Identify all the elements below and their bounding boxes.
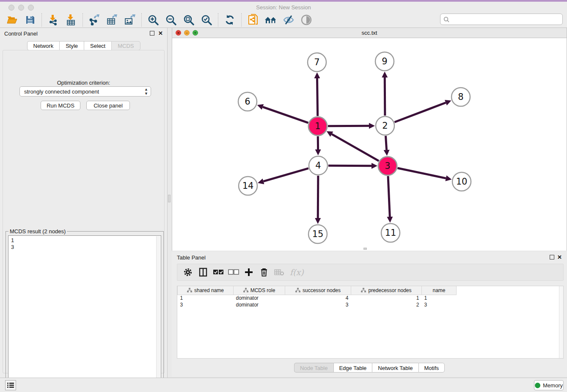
- network-window-title: scc.txt: [172, 30, 567, 36]
- delete-table-icon[interactable]: [272, 266, 286, 279]
- graph-node-10[interactable]: 10: [452, 172, 471, 191]
- graph-edge-2-9[interactable]: [385, 77, 385, 116]
- graph-edge-4-15[interactable]: [318, 176, 318, 218]
- graph-node-1[interactable]: 1: [308, 117, 327, 135]
- control-panel-title: Control Panel: [4, 30, 38, 37]
- graph-node-7[interactable]: 7: [308, 53, 326, 72]
- zoom-fit-icon[interactable]: [181, 13, 196, 27]
- table-scrollbar[interactable]: [559, 286, 563, 358]
- graph-edge-1-2[interactable]: [328, 126, 369, 126]
- panel-splitter-handle[interactable]: [168, 195, 171, 202]
- search-icon: [443, 17, 449, 22]
- export-table-icon[interactable]: [105, 13, 120, 27]
- new-network-from-selection-icon[interactable]: [245, 13, 261, 27]
- hide-selected-icon[interactable]: [281, 13, 296, 27]
- function-builder-icon[interactable]: f(x): [290, 268, 304, 277]
- first-neighbors-icon[interactable]: [263, 13, 278, 27]
- graph-edge-2-8[interactable]: [394, 102, 446, 122]
- zoom-selected-icon[interactable]: [199, 13, 214, 27]
- graph-edge-1-6[interactable]: [263, 107, 308, 123]
- column-header-shared-name[interactable]: shared name: [178, 286, 234, 295]
- table-panel: Table Panel ✕ f(x) share: [172, 252, 567, 377]
- main-toolbar: [0, 12, 567, 28]
- svg-text:6: 6: [245, 97, 250, 107]
- close-panel-icon[interactable]: ✕: [557, 254, 562, 260]
- graph-node-11[interactable]: 11: [381, 224, 400, 242]
- result-line: 3: [11, 244, 161, 251]
- graph-node-4[interactable]: 4: [309, 156, 328, 175]
- column-header-successor-nodes[interactable]: successor nodes: [285, 286, 351, 295]
- tab-node-table[interactable]: Node Table: [294, 363, 333, 373]
- result-scrollbar[interactable]: [156, 236, 160, 388]
- graph-node-9[interactable]: 9: [375, 52, 394, 71]
- node-table: shared name MCDS role successor nodes pr…: [177, 286, 457, 308]
- zoom-in-icon[interactable]: [146, 13, 161, 27]
- toolbar-search[interactable]: [440, 14, 563, 25]
- tab-select[interactable]: Select: [84, 41, 111, 50]
- graph-node-14[interactable]: 14: [239, 177, 257, 195]
- import-table-icon[interactable]: [63, 13, 79, 27]
- import-network-icon[interactable]: [46, 13, 61, 27]
- network-canvas[interactable]: 7968124314101511: [172, 38, 567, 251]
- export-image-icon[interactable]: [122, 13, 138, 27]
- export-network-icon[interactable]: [87, 13, 102, 27]
- delete-column-trash-icon[interactable]: [257, 266, 271, 279]
- window-titlebar: Session: New Session: [0, 0, 567, 12]
- tab-network[interactable]: Network: [27, 41, 59, 50]
- show-all-icon[interactable]: [299, 13, 314, 27]
- run-mcds-button[interactable]: Run MCDS: [41, 101, 80, 110]
- close-panel-icon[interactable]: ✕: [158, 30, 163, 36]
- tab-network-table[interactable]: Network Table: [372, 363, 418, 373]
- graph-edge-4-3[interactable]: [328, 166, 372, 166]
- list-icon: [7, 382, 14, 388]
- table-header-row: shared name MCDS role successor nodes pr…: [178, 286, 457, 295]
- memory-status-icon: [535, 383, 540, 388]
- show-columns-icon[interactable]: [196, 266, 210, 279]
- create-column-plus-icon[interactable]: [242, 266, 256, 279]
- save-session-icon[interactable]: [22, 13, 38, 27]
- mcds-result-group: MCDS result (2 nodes) 1 3: [6, 228, 164, 392]
- tab-style[interactable]: Style: [59, 41, 84, 50]
- column-header-mcds-role[interactable]: MCDS role: [234, 286, 285, 295]
- graph-edge-3-10[interactable]: [397, 168, 446, 178]
- criterion-select[interactable]: strongly connected component ▲▼: [19, 86, 151, 97]
- float-panel-icon[interactable]: [150, 31, 154, 36]
- open-file-icon[interactable]: [5, 13, 20, 27]
- network-graph[interactable]: 7968124314101511: [172, 38, 567, 251]
- graph-edge-1-7[interactable]: [317, 78, 318, 116]
- mcds-result-text[interactable]: 1 3: [8, 235, 161, 389]
- unselect-all-columns-icon[interactable]: [226, 266, 241, 279]
- network-window-titlebar[interactable]: ✕ − + scc.txt: [172, 28, 567, 38]
- select-all-columns-icon[interactable]: [211, 266, 226, 279]
- search-input[interactable]: [449, 15, 562, 24]
- tab-edge-table[interactable]: Edge Table: [333, 363, 372, 373]
- graph-edge-3-1[interactable]: [332, 134, 379, 161]
- graph-edge-3-11[interactable]: [388, 176, 390, 217]
- table-settings-gear-icon[interactable]: [181, 266, 195, 279]
- table-row[interactable]: 1 dominator 4 1 1: [178, 295, 457, 301]
- tab-mcds[interactable]: MCDS: [111, 41, 140, 50]
- table-panel-header: Table Panel ✕: [172, 252, 567, 263]
- refresh-icon[interactable]: [222, 13, 237, 27]
- zoom-out-icon[interactable]: [163, 13, 179, 27]
- float-panel-icon[interactable]: [550, 255, 554, 259]
- graph-node-2[interactable]: 2: [376, 116, 394, 135]
- table-row[interactable]: 3 dominator 3 2 3: [178, 301, 457, 308]
- graph-node-6[interactable]: 6: [238, 92, 257, 111]
- task-history-button[interactable]: [5, 380, 16, 390]
- control-panel-tabs: Network Style Select MCDS: [27, 41, 140, 50]
- graph-node-8[interactable]: 8: [451, 88, 470, 106]
- close-panel-button[interactable]: Close panel: [86, 101, 130, 110]
- graph-node-15[interactable]: 15: [308, 225, 327, 243]
- toolbar-separator: [83, 13, 83, 27]
- column-header-predecessor-nodes[interactable]: predecessor nodes: [351, 286, 422, 295]
- column-type-icon: [187, 288, 192, 293]
- graph-node-3[interactable]: 3: [378, 157, 397, 175]
- column-header-name[interactable]: name: [422, 286, 457, 295]
- svg-text:14: 14: [242, 181, 254, 191]
- graph-edge-2-3[interactable]: [386, 136, 387, 150]
- tab-motifs[interactable]: Motifs: [418, 363, 445, 373]
- canvas-splitter-handle[interactable]: [363, 248, 367, 250]
- graph-edge-4-14[interactable]: [264, 168, 308, 182]
- memory-button[interactable]: Memory: [534, 380, 564, 390]
